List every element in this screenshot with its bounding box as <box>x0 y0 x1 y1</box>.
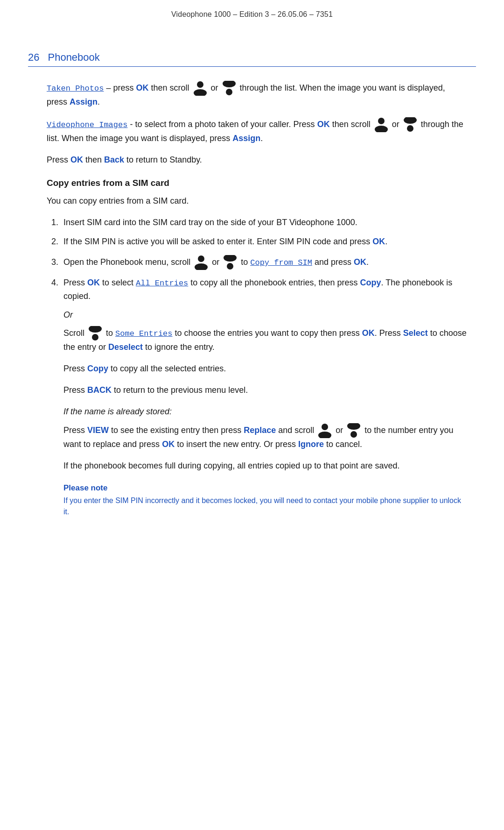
down-arrow-icon-2 <box>402 117 419 132</box>
para2-end: . <box>260 134 263 143</box>
videophone-images-para: Videophone Images - to select from a pho… <box>47 117 467 145</box>
press-copy-end: to copy all the selected entries. <box>108 364 226 373</box>
step2-ok: OK <box>372 237 385 246</box>
scroll-deselect: Deselect <box>108 342 143 352</box>
view-mid: to see the existing entry then press <box>109 426 244 435</box>
view-label: VIEW <box>87 426 109 435</box>
step4-copy: Copy <box>360 278 381 287</box>
page-header: Videophone 1000 – Edition 3 – 26.05.06 –… <box>0 0 504 23</box>
svg-point-17 <box>92 334 98 341</box>
svg-point-5 <box>194 89 207 96</box>
chapter-heading: 26 Phonebook <box>0 23 504 64</box>
copy-section-heading: Copy entries from a SIM card <box>47 178 467 188</box>
view-replace: Replace <box>244 426 276 435</box>
para3-press: Press <box>47 155 70 164</box>
step-3: Open the Phonebook menu, scroll or to Co… <box>61 255 467 270</box>
svg-point-15 <box>227 263 233 270</box>
svg-point-18 <box>322 424 328 430</box>
full-para: If the phonebook becomes full during cop… <box>63 460 467 473</box>
para1-end: . <box>98 97 100 106</box>
svg-point-6 <box>223 81 236 87</box>
step3-copy-from-sim: Copy from SIM <box>250 258 312 267</box>
please-note-text: If you enter the SIM PIN incorrectly and… <box>63 495 467 518</box>
step3-to: to <box>241 257 250 267</box>
ok-back-para: Press OK then Back to return to Standby. <box>47 154 467 167</box>
step1-text: Insert SIM card into the SIM card tray o… <box>63 218 357 227</box>
up-arrow-icon-2 <box>373 117 390 132</box>
press-back-pre: Press <box>63 385 87 395</box>
press-back-para: Press BACK to return to the previous men… <box>63 384 467 397</box>
para3-end: to return to Standby. <box>124 155 202 164</box>
view-end: to cancel. <box>324 440 362 449</box>
step3-and: and press <box>312 257 354 267</box>
para1-or: or <box>211 83 221 92</box>
press-copy-label: Copy <box>87 364 108 373</box>
step4-ok: OK <box>87 278 100 287</box>
up-arrow-icon-1 <box>192 81 209 96</box>
please-note-label: Please note <box>63 482 467 494</box>
step-4: Press OK to select All Entries to copy a… <box>61 277 467 518</box>
up-arrow-icon-4 <box>316 423 333 438</box>
step3-ok: OK <box>354 257 366 267</box>
step3-end: . <box>366 257 369 267</box>
step4-all-entries: All Entries <box>136 279 188 288</box>
para3-back: Back <box>104 155 124 164</box>
main-content: Taken Photos – press OK then scroll or t… <box>0 67 504 552</box>
scroll-some-entries: Some Entries <box>115 329 172 338</box>
para1-mid: then scroll <box>148 83 189 92</box>
svg-point-4 <box>197 81 203 88</box>
view-mid2: and scroll <box>276 426 314 435</box>
para2-ok: OK <box>317 120 330 129</box>
svg-point-21 <box>350 431 357 438</box>
down-arrow-icon-3 <box>222 255 238 270</box>
taken-photos-para: Taken Photos – press OK then scroll or t… <box>47 81 467 109</box>
scroll-ok: OK <box>362 328 375 338</box>
view-pre: Press <box>63 426 87 435</box>
svg-point-9 <box>375 126 388 132</box>
step2-post: . <box>385 237 387 246</box>
para2-mid: then scroll <box>330 120 371 129</box>
step4-mid2: to copy all the phonebook entries, then … <box>188 278 360 287</box>
svg-point-19 <box>318 432 331 438</box>
down-arrow-icon-4 <box>87 326 104 341</box>
para1-ok: OK <box>136 83 148 92</box>
svg-point-11 <box>407 125 413 132</box>
view-mid4: to insert the new entry. Or press <box>175 440 298 449</box>
view-ignore: Ignore <box>298 440 324 449</box>
step4-mid: to select <box>100 278 136 287</box>
step2-pre: If the SIM PIN is active you will be ask… <box>63 237 372 246</box>
svg-point-10 <box>404 117 417 124</box>
scroll-end: to ignore the entry. <box>143 342 215 352</box>
taken-photos-link: Taken Photos <box>47 84 104 93</box>
para2-assign: Assign <box>232 134 260 143</box>
chapter-number: 26 <box>28 51 39 64</box>
para3-then: then <box>83 155 104 164</box>
svg-point-12 <box>198 255 204 262</box>
para2-prefix: - to select from a photo taken of your c… <box>127 120 317 129</box>
scroll-some-entries-para: Scroll to Some Entries to choose the ent… <box>63 326 467 354</box>
scroll-to: to <box>106 328 115 338</box>
view-or: or <box>336 426 345 435</box>
svg-point-20 <box>347 423 360 430</box>
step-1: Insert SIM card into the SIM card tray o… <box>61 216 467 229</box>
svg-point-8 <box>378 118 385 124</box>
step3-pre: Open the Phonebook menu, scroll <box>63 257 190 267</box>
svg-point-14 <box>224 255 237 262</box>
para1-assign: Assign <box>70 97 98 106</box>
chapter-title: Phonebook <box>48 51 99 64</box>
step-2: If the SIM PIN is active you will be ask… <box>61 235 467 248</box>
press-copy-pre: Press <box>63 364 87 373</box>
para3-ok: OK <box>70 155 83 164</box>
intro-para: You can copy entries from a SIM card. <box>47 195 467 208</box>
down-arrow-icon-1 <box>221 81 238 96</box>
press-copy-para: Press Copy to copy all the selected entr… <box>63 362 467 376</box>
scroll-pre: Scroll <box>63 328 84 338</box>
or-text: Or <box>63 310 73 319</box>
press-back-end: to return to the previous menu level. <box>112 385 248 395</box>
step3-or: or <box>212 257 222 267</box>
svg-point-16 <box>89 326 102 333</box>
down-arrow-icon-5 <box>345 423 362 438</box>
videophone-images-link: Videophone Images <box>47 121 127 129</box>
steps-list: Insert SIM card into the SIM card tray o… <box>47 216 467 518</box>
para1-prefix: – press <box>104 83 136 92</box>
